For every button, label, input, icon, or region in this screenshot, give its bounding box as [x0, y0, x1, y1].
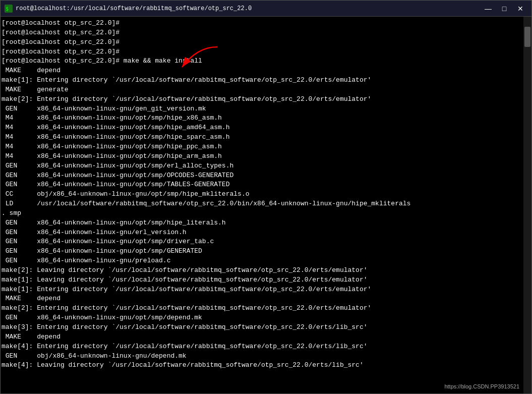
terminal-line-16: GEN x86_64-unknown-linux-gnu/opt/smp/erl…	[2, 161, 521, 171]
window-controls: — □ ✕	[481, 4, 527, 14]
terminal-content[interactable]: [root@localhost otp_src_22.0]# [root@loc…	[1, 17, 523, 393]
terminal-line-23: GEN x86_64-unknown-linux-gnu/erl_version…	[2, 228, 521, 238]
terminal-line-34: MAKE depend	[2, 332, 521, 342]
maximize-button[interactable]: □	[497, 4, 511, 14]
terminal-line-8: MAKE generate	[2, 85, 521, 95]
terminal-line-11: M4 x86_64-unknown-linux-gnu/opt/smp/hipe…	[2, 114, 521, 123]
terminal-line-30: MAKE depend	[2, 294, 521, 304]
terminal-line-28: make[1]: Leaving directory `/usr/local/s…	[2, 275, 521, 285]
terminal-line-26: GEN x86_64-unknown-linux-gnu/preload.c	[2, 256, 521, 266]
scrollbar[interactable]	[523, 17, 531, 393]
terminal-line-36: GEN obj/x86_64-unknown-linux-gnu/depend.…	[2, 352, 521, 361]
watermark: https://blog.CSDN.PP3913521	[444, 383, 519, 389]
terminal-line-18: GEN x86_64-unknown-linux-gnu/opt/smp/TAB…	[2, 180, 521, 190]
terminal-line-7: make[1]: Entering directory `/usr/local/…	[2, 76, 521, 85]
title-bar-left: $ root@localhost:/usr/local/software/rab…	[5, 5, 252, 13]
terminal-line-27: make[2]: Leaving directory `/usr/local/s…	[2, 266, 521, 275]
minimize-button[interactable]: —	[481, 4, 495, 14]
terminal-line-5: [root@localhost otp_src_22.0]# make && m…	[2, 57, 521, 66]
terminal-line-17: GEN x86_64-unknown-linux-gnu/opt/smp/OPC…	[2, 171, 521, 181]
svg-text:$: $	[6, 6, 9, 12]
terminal-line-35: make[4]: Entering directory `/usr/local/…	[2, 342, 521, 352]
terminal-line-24: GEN x86_64-unknown-linux-gnu/opt/smp/dri…	[2, 237, 521, 247]
scrollbar-thumb[interactable]	[524, 27, 530, 47]
terminal-line-22: GEN x86_64-unknown-linux-gnu/opt/smp/hip…	[2, 218, 521, 228]
terminal-line-1: [root@localhost otp_src_22.0]#	[2, 19, 521, 28]
terminal-line-4: [root@localhost otp_src_22.0]#	[2, 47, 521, 57]
terminal-line-12: M4 x86_64-unknown-linux-gnu/opt/smp/hipe…	[2, 123, 521, 133]
close-button[interactable]: ✕	[513, 4, 527, 14]
terminal-line-2: [root@localhost otp_src_22.0]#	[2, 28, 521, 38]
title-bar: $ root@localhost:/usr/local/software/rab…	[1, 1, 531, 17]
terminal-line-25: GEN x86_64-unknown-linux-gnu/opt/smp/GEN…	[2, 247, 521, 256]
terminal-line-13: M4 x86_64-unknown-linux-gnu/opt/smp/hipe…	[2, 133, 521, 142]
terminal-line-20: LD /usr/local/software/rabbitmq_software…	[2, 199, 521, 209]
terminal-line-3: [root@localhost otp_src_22.0]#	[2, 38, 521, 47]
terminal-body: [root@localhost otp_src_22.0]# [root@loc…	[1, 17, 531, 393]
terminal-line-31: make[2]: Entering directory `/usr/local/…	[2, 304, 521, 313]
terminal-line-14: M4 x86_64-unknown-linux-gnu/opt/smp/hipe…	[2, 142, 521, 152]
terminal-line-19: CC obj/x86_64-unknown-linux-gnu/opt/smp/…	[2, 190, 521, 199]
terminal-line-6: MAKE depend	[2, 66, 521, 76]
terminal-line-37: make[4]: Leaving directory `/usr/local/s…	[2, 361, 521, 370]
terminal-line-29: make[1]: Entering directory `/usr/local/…	[2, 285, 521, 295]
terminal-line-10: GEN x86_64-unknown-linux-gnu/gen_git_ver…	[2, 104, 521, 114]
terminal-line-32: GEN x86_64-unknown-linux-gnu/opt/smp/dep…	[2, 313, 521, 323]
terminal-line-9: make[2]: Entering directory `/usr/local/…	[2, 95, 521, 104]
terminal-line-33: make[3]: Entering directory `/usr/local/…	[2, 323, 521, 332]
terminal-window: $ root@localhost:/usr/local/software/rab…	[0, 0, 532, 394]
terminal-line-15: M4 x86_64-unknown-linux-gnu/opt/smp/hipe…	[2, 152, 521, 161]
terminal-line-21: . smp	[2, 209, 521, 218]
window-title: root@localhost:/usr/local/software/rabbi…	[16, 5, 252, 12]
terminal-icon: $	[5, 5, 13, 13]
